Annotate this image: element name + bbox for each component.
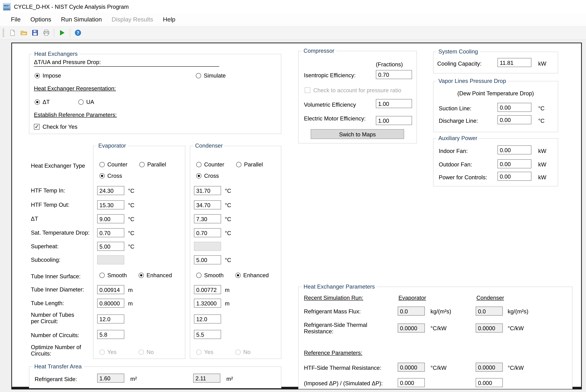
indoor-fan-input[interactable] <box>498 146 531 154</box>
cond-parallel-radio[interactable]: Parallel <box>236 161 263 168</box>
evap-superheat-input[interactable] <box>97 242 124 251</box>
print-icon <box>43 30 50 36</box>
cond-delta-t-input[interactable] <box>194 214 221 223</box>
cond-refrigerant-area-output[interactable] <box>193 374 220 383</box>
cond-htf-side-resistance-input[interactable] <box>476 363 503 372</box>
system-cooling-group: System Cooling Cooling Capacity: kW <box>433 52 558 74</box>
run-icon <box>58 30 65 36</box>
evap-tube-diameter-input[interactable] <box>97 285 124 294</box>
cond-htf-temp-in-input[interactable] <box>194 186 221 195</box>
impose-radio[interactable]: Impose <box>35 72 61 79</box>
ua-radio[interactable]: UA <box>78 99 94 105</box>
window-title: CYCLE_D-HX - NIST Cycle Analysis Program <box>14 3 129 10</box>
radio-circle-icon <box>236 272 240 278</box>
motor-efficiency-input[interactable] <box>376 116 412 125</box>
suction-line-input[interactable] <box>498 103 531 112</box>
dt-ua-pressure-drop-header: ΔT/UA and Pressure Drop: <box>34 59 219 67</box>
cond-tube-diameter-input[interactable] <box>194 285 221 294</box>
cond-htf-temp-out-input[interactable] <box>194 200 221 209</box>
cond-counter-radio[interactable]: Counter <box>196 161 224 168</box>
evap-enhanced-radio[interactable]: Enhanced <box>138 272 172 278</box>
radio-circle-icon <box>78 99 84 104</box>
cond-dp-ratio-input[interactable] <box>476 378 503 387</box>
indoor-fan-label: Indoor Fan: <box>439 148 468 154</box>
isentropic-efficiency-input[interactable] <box>376 70 412 79</box>
tube-inner-surface-label: Tube Inner Surface: <box>31 273 80 280</box>
cond-enhanced-radio[interactable]: Enhanced <box>236 272 269 278</box>
simulate-radio[interactable]: Simulate <box>196 72 226 79</box>
heat-transfer-area-group: Heat Transfer Area Refrigerant Side: m² … <box>29 366 281 388</box>
evap-htf-side-resistance-input[interactable] <box>398 363 425 372</box>
save-icon <box>32 30 38 36</box>
cond-number-of-circuits-input[interactable] <box>194 330 221 339</box>
evap-sat-temp-drop-input[interactable] <box>97 228 124 237</box>
new-file-button[interactable] <box>7 28 17 38</box>
delta-t-radio[interactable]: ΔT <box>35 99 50 105</box>
discharge-line-input[interactable] <box>498 115 531 124</box>
counter-radio-label: Counter <box>204 161 224 168</box>
save-button[interactable] <box>30 28 40 38</box>
cond-refrigerant-side-resistance-output[interactable] <box>476 324 503 332</box>
unit-label: m² <box>226 376 233 382</box>
pressure-ratio-checkbox: Check to account for pressure ratio <box>305 87 401 94</box>
condenser-column-header: Condenser <box>476 294 504 301</box>
switch-to-maps-button[interactable]: Swich to Maps <box>311 129 404 139</box>
group-caption: Auxiliary Power <box>436 135 479 141</box>
menu-help[interactable]: Help <box>158 14 180 26</box>
cond-tubes-per-circuit-input[interactable] <box>194 314 221 324</box>
unit-label: °C <box>225 257 231 263</box>
refrigerant-side-label: Refrigerant Side: <box>35 376 77 382</box>
pressure-ratio-checkbox-label: Check to account for pressure ratio <box>314 87 401 94</box>
evap-cross-radio[interactable]: Cross <box>100 172 122 179</box>
evap-refrigerant-side-resistance-output[interactable] <box>398 324 425 332</box>
evap-refrigerant-area-output[interactable] <box>97 374 124 383</box>
cooling-capacity-input[interactable] <box>498 58 531 67</box>
cond-sat-temp-drop-input[interactable] <box>194 228 221 237</box>
menu-run-simulation[interactable]: Run Simulation <box>56 14 107 26</box>
evap-parallel-radio[interactable]: Parallel <box>139 161 166 168</box>
radio-circle-icon <box>236 349 240 354</box>
cond-subcooling-input[interactable] <box>194 255 221 264</box>
delta-t-row-label: ΔT <box>31 216 38 222</box>
print-button[interactable] <box>41 28 51 38</box>
menu-file[interactable]: File <box>6 14 26 26</box>
cond-cross-radio[interactable]: Cross <box>196 172 219 179</box>
evap-tubes-per-circuit-input[interactable] <box>97 314 124 324</box>
evap-mass-flux-output[interactable] <box>398 306 425 316</box>
evap-smooth-radio[interactable]: Smooth <box>100 272 127 278</box>
evap-number-of-circuits-input[interactable] <box>97 330 124 339</box>
htf-temp-in-label: HTF Temp In: <box>31 187 65 194</box>
cond-mass-flux-output[interactable] <box>476 306 503 316</box>
power-for-controls-input[interactable] <box>498 172 531 181</box>
toolbar-gripper <box>2 29 4 37</box>
compressor-group: Compressor (Fractions) Isentropic Effici… <box>298 51 417 144</box>
evap-htf-temp-in-input[interactable] <box>97 186 124 195</box>
tube-length-label: Tube Length: <box>31 300 64 306</box>
help-button[interactable]: ? <box>73 28 83 38</box>
evap-counter-radio[interactable]: Counter <box>100 161 128 168</box>
delta-t-radio-label: ΔT <box>42 99 50 105</box>
mass-flux-label: Refrigerant Mass Flux: <box>304 308 361 314</box>
evap-delta-t-input[interactable] <box>97 214 124 223</box>
no-radio-label: No <box>243 349 250 355</box>
run-button[interactable] <box>57 28 67 38</box>
radio-circle-icon <box>100 162 105 167</box>
outdoor-fan-input[interactable] <box>498 159 531 168</box>
check-for-yes-checkbox[interactable]: Check for Yes <box>34 124 78 130</box>
evap-htf-temp-out-input[interactable] <box>97 200 124 209</box>
motor-efficiency-label: Electric Motor Efficiency: <box>304 115 366 122</box>
enhanced-radio-label: Enhanced <box>146 272 172 278</box>
evap-tube-length-input[interactable] <box>97 299 124 308</box>
volumetric-efficiency-input[interactable] <box>376 99 412 108</box>
evap-dp-ratio-input[interactable] <box>398 378 425 387</box>
menu-options[interactable]: Options <box>26 14 56 26</box>
vapor-lines-group: Vapor Lines Pressure Drop (Dew Point Tem… <box>433 81 558 132</box>
group-caption: System Cooling <box>436 48 480 55</box>
open-file-button[interactable] <box>18 28 28 38</box>
subcooling-label: Subcooling: <box>31 256 60 263</box>
cond-tube-length-input[interactable] <box>194 299 221 308</box>
toolbar-separator <box>54 28 54 37</box>
unit-label: °C/kW <box>430 325 446 332</box>
heat-exchangers-group: Heat Exchangers ΔT/UA and Pressure Drop:… <box>29 54 281 134</box>
cond-smooth-radio[interactable]: Smooth <box>196 272 224 278</box>
